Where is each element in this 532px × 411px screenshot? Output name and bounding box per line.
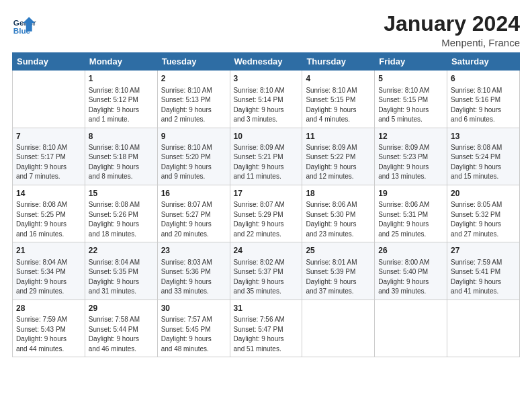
- table-row: [375, 300, 447, 357]
- day-info: Sunrise: 7:59 AM Sunset: 5:43 PM Dayligh…: [16, 315, 81, 354]
- table-row: 5Sunrise: 8:10 AM Sunset: 5:15 PM Daylig…: [375, 71, 447, 128]
- table-row: 29Sunrise: 7:58 AM Sunset: 5:44 PM Dayli…: [85, 300, 157, 357]
- table-row: 2Sunrise: 8:10 AM Sunset: 5:13 PM Daylig…: [157, 71, 230, 128]
- day-number: 22: [89, 245, 154, 257]
- month-title: January 2024: [384, 12, 520, 36]
- logo: General Blue: [12, 12, 36, 36]
- day-info: Sunrise: 8:02 AM Sunset: 5:37 PM Dayligh…: [234, 258, 299, 297]
- day-info: Sunrise: 8:08 AM Sunset: 5:26 PM Dayligh…: [89, 200, 154, 239]
- day-info: Sunrise: 8:07 AM Sunset: 5:29 PM Dayligh…: [234, 200, 299, 239]
- table-row: 22Sunrise: 8:04 AM Sunset: 5:35 PM Dayli…: [85, 242, 157, 300]
- table-row: 7Sunrise: 8:10 AM Sunset: 5:17 PM Daylig…: [13, 128, 85, 185]
- day-number: 31: [234, 303, 299, 314]
- table-row: 4Sunrise: 8:10 AM Sunset: 5:15 PM Daylig…: [302, 71, 375, 128]
- day-number: 19: [378, 188, 443, 199]
- day-number: 12: [378, 131, 443, 142]
- col-saturday: Saturday: [447, 53, 520, 71]
- table-row: 6Sunrise: 8:10 AM Sunset: 5:16 PM Daylig…: [447, 71, 520, 128]
- day-info: Sunrise: 8:09 AM Sunset: 5:22 PM Dayligh…: [306, 143, 371, 182]
- day-number: 4: [306, 73, 371, 85]
- table-row: [302, 300, 375, 357]
- table-row: 10Sunrise: 8:09 AM Sunset: 5:21 PM Dayli…: [230, 128, 302, 185]
- day-info: Sunrise: 8:05 AM Sunset: 5:32 PM Dayligh…: [451, 200, 516, 239]
- table-row: 19Sunrise: 8:06 AM Sunset: 5:31 PM Dayli…: [375, 185, 447, 242]
- table-row: 1Sunrise: 8:10 AM Sunset: 5:12 PM Daylig…: [85, 71, 157, 128]
- table-row: 23Sunrise: 8:03 AM Sunset: 5:36 PM Dayli…: [157, 242, 230, 300]
- day-info: Sunrise: 8:06 AM Sunset: 5:30 PM Dayligh…: [306, 200, 371, 239]
- day-number: 8: [89, 131, 154, 142]
- day-info: Sunrise: 8:07 AM Sunset: 5:27 PM Dayligh…: [161, 200, 226, 239]
- day-info: Sunrise: 8:03 AM Sunset: 5:36 PM Dayligh…: [161, 258, 226, 297]
- day-info: Sunrise: 8:08 AM Sunset: 5:25 PM Dayligh…: [16, 200, 81, 239]
- day-info: Sunrise: 8:00 AM Sunset: 5:40 PM Dayligh…: [378, 258, 443, 297]
- day-info: Sunrise: 8:08 AM Sunset: 5:24 PM Dayligh…: [451, 143, 516, 182]
- table-row: 17Sunrise: 8:07 AM Sunset: 5:29 PM Dayli…: [230, 185, 302, 242]
- table-row: 12Sunrise: 8:09 AM Sunset: 5:23 PM Dayli…: [375, 128, 447, 185]
- day-number: 23: [161, 245, 226, 257]
- table-row: 8Sunrise: 8:10 AM Sunset: 5:18 PM Daylig…: [85, 128, 157, 185]
- day-info: Sunrise: 8:10 AM Sunset: 5:18 PM Dayligh…: [89, 143, 154, 182]
- logo-icon: General Blue: [12, 12, 36, 36]
- day-number: 11: [306, 131, 371, 142]
- page: General Blue January 2024 Menpenti, Fran…: [0, 0, 532, 411]
- day-number: 14: [16, 188, 81, 199]
- day-number: 27: [451, 245, 516, 257]
- day-number: 17: [234, 188, 299, 199]
- table-row: 9Sunrise: 8:10 AM Sunset: 5:20 PM Daylig…: [157, 128, 230, 185]
- day-number: 1: [89, 73, 154, 85]
- col-friday: Friday: [375, 53, 447, 71]
- title-area: January 2024 Menpenti, France: [384, 12, 520, 48]
- day-info: Sunrise: 8:09 AM Sunset: 5:21 PM Dayligh…: [234, 143, 299, 182]
- table-row: 24Sunrise: 8:02 AM Sunset: 5:37 PM Dayli…: [230, 242, 302, 300]
- day-number: 5: [378, 73, 443, 85]
- day-number: 15: [89, 188, 154, 199]
- header: General Blue January 2024 Menpenti, Fran…: [12, 12, 520, 48]
- location: Menpenti, France: [384, 37, 520, 48]
- table-row: 31Sunrise: 7:56 AM Sunset: 5:47 PM Dayli…: [230, 300, 302, 357]
- table-row: 30Sunrise: 7:57 AM Sunset: 5:45 PM Dayli…: [157, 300, 230, 357]
- week-row-2: 7Sunrise: 8:10 AM Sunset: 5:17 PM Daylig…: [13, 128, 520, 185]
- day-info: Sunrise: 8:01 AM Sunset: 5:39 PM Dayligh…: [306, 258, 371, 297]
- table-row: 25Sunrise: 8:01 AM Sunset: 5:39 PM Dayli…: [302, 242, 375, 300]
- day-info: Sunrise: 8:10 AM Sunset: 5:13 PM Dayligh…: [161, 86, 226, 125]
- table-row: 28Sunrise: 7:59 AM Sunset: 5:43 PM Dayli…: [13, 300, 85, 357]
- day-number: 21: [16, 245, 81, 257]
- day-number: 26: [378, 245, 443, 257]
- day-info: Sunrise: 8:04 AM Sunset: 5:35 PM Dayligh…: [89, 258, 154, 297]
- day-number: 3: [234, 73, 299, 85]
- table-row: [13, 71, 85, 128]
- day-info: Sunrise: 8:10 AM Sunset: 5:12 PM Dayligh…: [89, 86, 154, 125]
- day-number: 24: [234, 245, 299, 257]
- table-row: 3Sunrise: 8:10 AM Sunset: 5:14 PM Daylig…: [230, 71, 302, 128]
- day-info: Sunrise: 7:56 AM Sunset: 5:47 PM Dayligh…: [234, 315, 299, 354]
- table-row: 20Sunrise: 8:05 AM Sunset: 5:32 PM Dayli…: [447, 185, 520, 242]
- table-row: 27Sunrise: 7:59 AM Sunset: 5:41 PM Dayli…: [447, 242, 520, 300]
- table-row: 14Sunrise: 8:08 AM Sunset: 5:25 PM Dayli…: [13, 185, 85, 242]
- day-number: 10: [234, 131, 299, 142]
- day-number: 7: [16, 131, 81, 142]
- calendar-header-row: Sunday Monday Tuesday Wednesday Thursday…: [13, 53, 520, 71]
- day-number: 25: [306, 245, 371, 257]
- table-row: 18Sunrise: 8:06 AM Sunset: 5:30 PM Dayli…: [302, 185, 375, 242]
- day-info: Sunrise: 8:10 AM Sunset: 5:20 PM Dayligh…: [161, 143, 226, 182]
- day-number: 13: [451, 131, 516, 142]
- table-row: 11Sunrise: 8:09 AM Sunset: 5:22 PM Dayli…: [302, 128, 375, 185]
- col-tuesday: Tuesday: [157, 53, 230, 71]
- col-thursday: Thursday: [302, 53, 375, 71]
- day-info: Sunrise: 8:10 AM Sunset: 5:16 PM Dayligh…: [451, 86, 516, 125]
- table-row: 16Sunrise: 8:07 AM Sunset: 5:27 PM Dayli…: [157, 185, 230, 242]
- week-row-3: 14Sunrise: 8:08 AM Sunset: 5:25 PM Dayli…: [13, 185, 520, 242]
- day-info: Sunrise: 8:09 AM Sunset: 5:23 PM Dayligh…: [378, 143, 443, 182]
- day-info: Sunrise: 8:10 AM Sunset: 5:17 PM Dayligh…: [16, 143, 81, 182]
- table-row: 21Sunrise: 8:04 AM Sunset: 5:34 PM Dayli…: [13, 242, 85, 300]
- week-row-5: 28Sunrise: 7:59 AM Sunset: 5:43 PM Dayli…: [13, 300, 520, 357]
- table-row: 15Sunrise: 8:08 AM Sunset: 5:26 PM Dayli…: [85, 185, 157, 242]
- day-info: Sunrise: 8:06 AM Sunset: 5:31 PM Dayligh…: [378, 200, 443, 239]
- calendar-table: Sunday Monday Tuesday Wednesday Thursday…: [12, 52, 520, 357]
- day-number: 6: [451, 73, 516, 85]
- day-info: Sunrise: 8:10 AM Sunset: 5:15 PM Dayligh…: [306, 86, 371, 125]
- day-info: Sunrise: 8:10 AM Sunset: 5:14 PM Dayligh…: [234, 86, 299, 125]
- day-number: 28: [16, 303, 81, 314]
- week-row-4: 21Sunrise: 8:04 AM Sunset: 5:34 PM Dayli…: [13, 242, 520, 300]
- day-info: Sunrise: 8:04 AM Sunset: 5:34 PM Dayligh…: [16, 258, 81, 297]
